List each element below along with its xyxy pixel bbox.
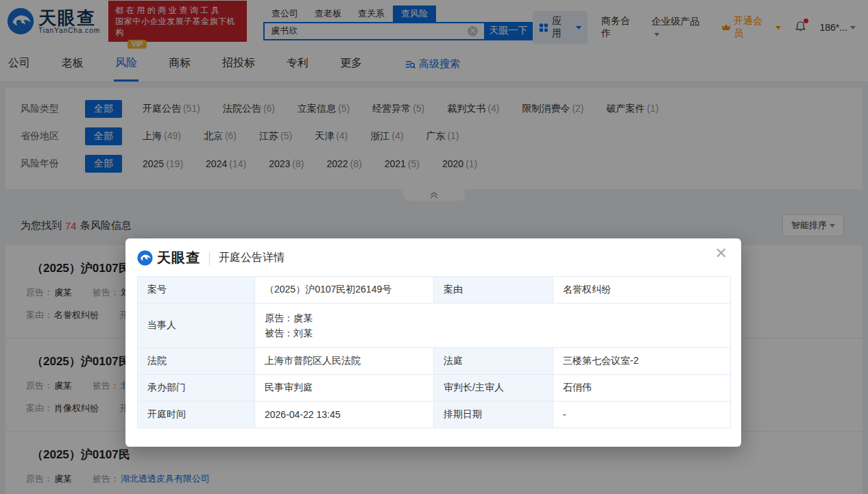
modal-brand: 天眼查 — [157, 249, 200, 267]
modal-header: 天眼查 开庭公告详情 ✕ — [125, 238, 741, 275]
party-plaintiff: 原告：虞某 — [265, 310, 721, 325]
party-defendant: 被告：刘某 — [265, 325, 721, 341]
party-label: 当事人 — [138, 304, 255, 348]
case-no-value: （2025）沪0107民初26149号 — [255, 277, 434, 304]
courtroom-label: 法庭 — [434, 348, 553, 375]
table-row: 案号 （2025）沪0107民初26149号 案由 名誉权纠纷 — [138, 277, 731, 304]
table-row: 法院 上海市普陀区人民法院 法庭 三楼第七会议室-2 — [138, 348, 731, 375]
dept-label: 承办部门 — [138, 375, 255, 402]
close-icon[interactable]: ✕ — [715, 246, 727, 261]
hearing-detail-table: 案号 （2025）沪0107民初26149号 案由 名誉权纠纷 当事人 原告：虞… — [137, 276, 731, 428]
cause-label: 案由 — [434, 277, 553, 304]
divider — [209, 251, 210, 265]
judge-label: 审判长/主审人 — [434, 375, 553, 402]
schedule-date-value: - — [553, 402, 731, 428]
modal-title: 开庭公告详情 — [219, 251, 285, 265]
hearing-time-label: 开庭时间 — [138, 402, 255, 428]
case-no-label: 案号 — [138, 277, 255, 304]
logo-swirl-icon — [137, 250, 153, 266]
courtroom-value: 三楼第七会议室-2 — [553, 348, 731, 375]
cause-value: 名誉权纠纷 — [553, 277, 731, 304]
party-value: 原告：虞某 被告：刘某 — [255, 304, 731, 348]
court-value: 上海市普陀区人民法院 — [255, 348, 434, 375]
schedule-date-label: 排期日期 — [434, 402, 553, 428]
hearing-detail-modal: 天眼查 开庭公告详情 ✕ 案号 （2025）沪0107民初26149号 案由 名… — [125, 238, 741, 447]
hearing-time-value: 2026-04-22 13:45 — [255, 402, 434, 428]
table-row: 开庭时间 2026-04-22 13:45 排期日期 - — [138, 402, 731, 428]
table-row: 承办部门 民事审判庭 审判长/主审人 石俏伟 — [138, 375, 731, 402]
table-row: 当事人 原告：虞某 被告：刘某 — [138, 304, 731, 348]
dept-value: 民事审判庭 — [255, 375, 434, 402]
court-label: 法院 — [138, 348, 255, 375]
judge-value: 石俏伟 — [553, 375, 731, 402]
